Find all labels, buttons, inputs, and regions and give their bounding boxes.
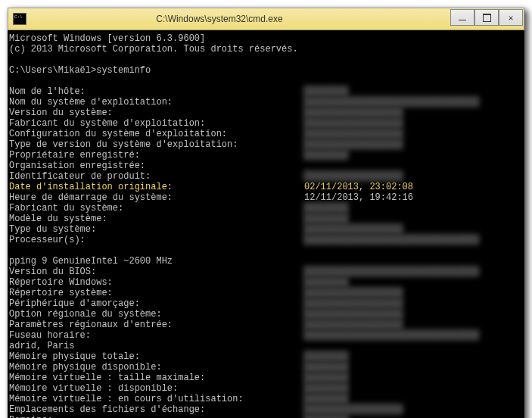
locale-value: ██████████████████ xyxy=(304,309,403,320)
window-title: C:\Windows\system32\cmd.exe xyxy=(0,14,450,24)
titlebar[interactable]: C:\Windows\system32\cmd.exe xyxy=(8,8,524,30)
maximize-button[interactable] xyxy=(474,9,499,26)
timezone-label: Fuseau horaire: xyxy=(9,330,304,341)
sys-model-value: ████████ xyxy=(304,214,348,224)
bios-label: Version du BIOS: xyxy=(9,267,304,277)
windir-value: ████████ xyxy=(304,277,348,288)
build-label: Type de version du système d'exploitatio… xyxy=(9,139,304,150)
locale-label: Option régionale du système: xyxy=(9,309,304,320)
owner-value: ████████ xyxy=(304,150,348,161)
header-line-1: Microsoft Windows [version 6.3.9600] xyxy=(9,33,205,44)
header-line-2: (c) 2013 Microsoft Corporation. Tous dro… xyxy=(9,44,298,55)
input-locale-label: Paramètres régionaux d'entrée: xyxy=(9,320,304,330)
mem-total-value: ████████ xyxy=(304,351,348,362)
processors-value: ████████████████████████████████ xyxy=(304,235,478,245)
sys-type-label: Type du système: xyxy=(9,224,304,235)
terminal-body[interactable]: Microsoft Windows [version 6.3.9600] (c)… xyxy=(8,30,524,418)
version-label: Version du système: xyxy=(9,108,304,118)
pagefile-label: Emplacements des fichiers d'échange: xyxy=(9,404,304,415)
boot-time-value: 12/11/2013, 19:42:16 xyxy=(304,192,413,203)
pagefile-value: ██████████████████ xyxy=(304,404,403,415)
org-label: Organisation enregistrée: xyxy=(9,161,145,171)
mem-avail-value: ████████ xyxy=(304,362,348,373)
manufacturer-label: Fabricant du système d'exploitation: xyxy=(9,118,304,129)
close-button[interactable] xyxy=(499,9,523,26)
host-label: Nom de l'hôte: xyxy=(9,86,304,97)
mem-avail-label: Mémoire physique disponible: xyxy=(9,362,304,373)
cmd-window: C:\Windows\system32\cmd.exe Microsoft Wi… xyxy=(8,8,524,418)
sys-manufacturer-value: ████████ xyxy=(304,203,348,214)
sys-type-value: ██████████████████ xyxy=(304,224,403,235)
config-label: Configuration du système d'exploitation: xyxy=(9,129,304,139)
vmem-used-value: ████████ xyxy=(304,394,348,404)
sys-model-label: Modèle du système: xyxy=(9,214,304,224)
os-label: Nom du système d'exploitation: xyxy=(9,97,304,108)
sys-manufacturer-label: Fabricant du système: xyxy=(9,203,304,214)
timezone-detail: adrid, Paris xyxy=(9,341,74,351)
product-id-label: Identificateur de produit: xyxy=(9,171,304,182)
version-value: ██████████████████ xyxy=(304,108,403,118)
windir-label: Répertoire Windows: xyxy=(9,277,304,288)
prompt-command: systeminfo xyxy=(96,65,151,76)
owner-label: Propriétaire enregistré: xyxy=(9,150,304,161)
vmem-avail-value: ████████ xyxy=(304,383,348,394)
vmem-max-value: ████████ xyxy=(304,373,348,383)
bios-value: ████████████████████████████████ xyxy=(304,267,478,277)
vmem-max-label: Mémoire virtuelle : taille maximale: xyxy=(9,373,304,383)
host-value: ████████ xyxy=(304,86,348,97)
product-id-value: ██████████████████ xyxy=(304,171,403,182)
prompt-path: C:\Users\Mikaël> xyxy=(9,65,96,76)
os-value: ████████████████████████████████ xyxy=(304,97,478,108)
boot-time-label: Heure de démarrage du système: xyxy=(9,192,304,203)
sysdir-value: ██████████████████ xyxy=(304,288,403,298)
vmem-avail-label: Mémoire virtuelle : disponible: xyxy=(9,383,304,394)
manufacturer-value: ██████████████████ xyxy=(304,118,403,129)
boot-device-label: Périphérique d'amorçage: xyxy=(9,298,304,309)
config-value: ██████████████████ xyxy=(304,129,403,139)
install-date-label: Date d'installation originale: xyxy=(9,182,304,192)
cmd-icon xyxy=(13,13,26,25)
install-date-value: 02/11/2013, 23:02:08 xyxy=(304,182,413,192)
window-controls xyxy=(450,12,523,26)
processors-label: Processeur(s): xyxy=(9,235,304,245)
boot-device-value: ██████████████████ xyxy=(304,298,403,309)
processor-detail: pping 9 GenuineIntel ~2600 MHz xyxy=(9,256,173,267)
input-locale-value: ██████████████████ xyxy=(304,320,403,330)
domain-value: ████████ xyxy=(304,415,348,418)
mem-total-label: Mémoire physique totale: xyxy=(9,351,304,362)
build-value: ██████████████████ xyxy=(304,139,403,150)
domain-label: Domaine: xyxy=(9,415,304,418)
vmem-used-label: Mémoire virtuelle : en cours d'utilisati… xyxy=(9,394,304,404)
minimize-button[interactable] xyxy=(450,9,474,26)
sysdir-label: Répertoire système: xyxy=(9,288,304,298)
timezone-value: ████████████████████████████████ xyxy=(304,330,478,341)
